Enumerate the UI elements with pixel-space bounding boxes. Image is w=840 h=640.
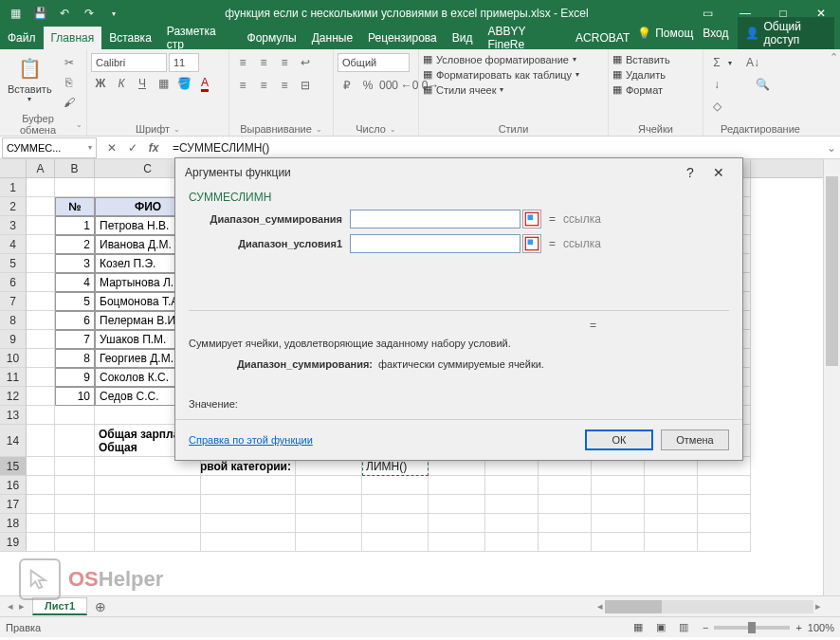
table-cell[interactable]: 7 — [55, 330, 95, 349]
row-header[interactable]: 7 — [0, 292, 27, 311]
arg2-ref-icon[interactable] — [522, 234, 541, 253]
cancel-button[interactable]: Отмена — [661, 430, 729, 450]
tab-view[interactable]: Вид — [445, 27, 481, 49]
cell[interactable] — [362, 495, 429, 514]
vertical-scrollbar[interactable] — [823, 159, 840, 595]
cell[interactable] — [698, 533, 751, 552]
cell[interactable] — [27, 495, 55, 514]
cell[interactable] — [95, 533, 201, 552]
cell[interactable] — [55, 495, 95, 514]
cell-styles-button[interactable]: ▦Стили ячеек▾ — [423, 83, 503, 96]
cell[interactable] — [592, 495, 645, 514]
view-page-layout-icon[interactable]: ▣ — [649, 619, 672, 636]
tab-abbyy[interactable]: ABBYY FineRe — [480, 27, 568, 49]
cell[interactable] — [362, 514, 429, 533]
align-top-icon[interactable]: ≡ — [233, 53, 252, 72]
cell[interactable] — [27, 311, 55, 330]
cell[interactable] — [645, 495, 698, 514]
cell[interactable] — [485, 533, 539, 552]
cell[interactable] — [55, 514, 95, 533]
cell[interactable] — [296, 514, 362, 533]
dialog-help-icon[interactable]: ? — [676, 158, 704, 187]
sheet-nav-next-icon[interactable]: ▸ — [19, 600, 25, 613]
cell[interactable] — [698, 495, 751, 514]
row-header[interactable]: 3 — [0, 216, 27, 235]
tab-file[interactable]: Файл — [0, 27, 44, 49]
cell[interactable] — [362, 533, 429, 552]
qat-dropdown-icon[interactable]: ▾ — [102, 2, 125, 25]
cell[interactable] — [27, 368, 55, 387]
cancel-formula-icon[interactable]: ✕ — [102, 141, 121, 155]
name-box[interactable]: СУММЕС...▾ — [2, 137, 97, 158]
enter-formula-icon[interactable]: ✓ — [123, 141, 142, 155]
row-header[interactable]: 13 — [0, 406, 27, 425]
border-button[interactable]: ▦ — [154, 74, 173, 93]
font-color-button[interactable]: A — [195, 74, 214, 93]
table-cell[interactable]: 9 — [55, 368, 95, 387]
cell[interactable] — [201, 495, 296, 514]
collapse-ribbon-icon[interactable]: ⌃ — [830, 51, 838, 64]
sign-in[interactable]: Вход — [695, 22, 736, 45]
row-header[interactable]: 15 — [0, 457, 27, 476]
tab-formulas[interactable]: Формулы — [240, 27, 304, 49]
row-header[interactable]: 1 — [0, 178, 27, 197]
find-icon[interactable]: 🔍 — [753, 75, 772, 94]
clear-icon[interactable]: ◇ — [707, 97, 726, 116]
zoom-in-icon[interactable]: + — [795, 622, 801, 633]
cell[interactable] — [55, 406, 95, 425]
cell[interactable] — [592, 476, 645, 495]
tab-insert[interactable]: Вставка — [101, 27, 159, 49]
cell[interactable] — [55, 425, 95, 457]
tab-review[interactable]: Рецензирова — [360, 27, 445, 49]
cell[interactable] — [55, 457, 95, 476]
col-header[interactable]: A — [27, 159, 55, 177]
arg2-input[interactable] — [350, 234, 520, 253]
cell[interactable] — [485, 476, 539, 495]
view-normal-icon[interactable]: ▦ — [627, 619, 649, 636]
row-header[interactable]: 8 — [0, 311, 27, 330]
view-page-break-icon[interactable]: ▥ — [672, 619, 695, 636]
row-header[interactable]: 5 — [0, 254, 27, 273]
cell[interactable] — [27, 349, 55, 368]
row-header[interactable]: 19 — [0, 533, 27, 552]
dec-inc-icon[interactable]: ←0 — [400, 76, 419, 95]
cell[interactable] — [296, 495, 362, 514]
cell[interactable] — [429, 476, 485, 495]
cell[interactable] — [27, 406, 55, 425]
row-header[interactable]: 2 — [0, 197, 27, 216]
cell[interactable] — [95, 495, 201, 514]
table-cell[interactable]: 6 — [55, 311, 95, 330]
fill-icon[interactable]: ↓ — [707, 75, 726, 94]
ok-button[interactable]: ОК — [585, 430, 653, 450]
cell[interactable] — [201, 533, 296, 552]
cell[interactable] — [698, 514, 751, 533]
tell-me[interactable]: 💡Помощ — [637, 27, 693, 40]
add-sheet-icon[interactable]: ⊕ — [87, 599, 114, 614]
fill-color-button[interactable]: 🪣 — [174, 74, 193, 93]
table-cell[interactable]: 1 — [55, 216, 95, 235]
cell[interactable] — [539, 495, 592, 514]
cell[interactable] — [645, 533, 698, 552]
cell[interactable] — [429, 495, 485, 514]
cell[interactable] — [592, 533, 645, 552]
table-cell[interactable]: 10 — [55, 387, 95, 406]
tab-acrobat[interactable]: ACROBAT — [568, 27, 637, 49]
dialog-close-icon[interactable]: ✕ — [704, 158, 733, 187]
cell[interactable] — [362, 476, 429, 495]
arg1-input[interactable] — [350, 210, 520, 229]
zoom-slider[interactable] — [714, 626, 790, 630]
paste-button[interactable]: 📋 Вставить ▾ — [4, 53, 56, 103]
row-header[interactable]: 17 — [0, 495, 27, 514]
share-button[interactable]: 👤Общий доступ — [738, 17, 834, 49]
sheet-nav-prev-icon[interactable]: ◂ — [8, 600, 13, 613]
cell[interactable] — [27, 197, 55, 216]
cell[interactable] — [27, 292, 55, 311]
tab-home[interactable]: Главная — [44, 27, 102, 49]
bold-button[interactable]: Ж — [91, 74, 110, 93]
cell[interactable] — [645, 476, 698, 495]
cell[interactable] — [55, 476, 95, 495]
cut-icon[interactable]: ✂ — [60, 53, 79, 72]
cell[interactable] — [27, 178, 55, 197]
delete-cells-button[interactable]: ▦Удалить — [612, 68, 666, 81]
help-link[interactable]: Справка по этой функции — [189, 434, 313, 446]
